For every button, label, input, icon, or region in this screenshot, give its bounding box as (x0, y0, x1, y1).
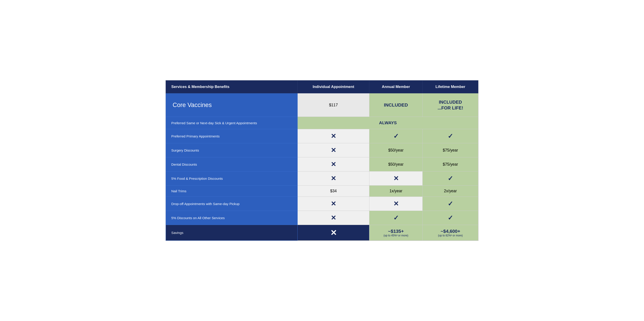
always-span: ALWAYS (298, 117, 478, 129)
header-annual: Annual Member (369, 81, 422, 93)
nail-trims-lifetime: 2x/year (422, 186, 478, 197)
other-services-individual: ✕ (298, 211, 369, 225)
label-dropoff: Drop-off Appointments with Same-day Pick… (166, 197, 298, 211)
label-preferred-sick: Preferred Same or Next-day Sick & Urgent… (166, 117, 298, 129)
surgery-discounts-individual: ✕ (298, 143, 369, 157)
row-preferred-sick: Preferred Same or Next-day Sick & Urgent… (166, 117, 478, 129)
comparison-table: Services & Membership Benefits Individua… (166, 80, 478, 241)
nail-trims-annual: 1x/year (369, 186, 422, 197)
label-dental-discounts: Dental Discounts (166, 157, 298, 171)
dropoff-annual: ✕ (369, 197, 422, 211)
table-header: Services & Membership Benefits Individua… (166, 81, 478, 93)
label-preferred-primary: Preferred Primary Appointments (166, 129, 298, 143)
savings-annual: ~$135+(up to 45%³ or more) (369, 225, 422, 241)
dropoff-individual: ✕ (298, 197, 369, 211)
label-other-services: 5% Discounts on All Other Services (166, 211, 298, 225)
surgery-discounts-lifetime: $75/year (422, 143, 478, 157)
row-other-services: 5% Discounts on All Other Services✕✓✓ (166, 211, 478, 225)
label-core-vaccines: Core Vaccines (166, 93, 298, 117)
savings-individual: ✕ (298, 225, 369, 241)
food-prescription-individual: ✕ (298, 171, 369, 186)
dropoff-lifetime: ✓ (422, 197, 478, 211)
row-surgery-discounts: Surgery Discounts✕$50/year$75/year (166, 143, 478, 157)
dental-discounts-annual: $50/year (369, 157, 422, 171)
preferred-primary-lifetime: ✓ (422, 129, 478, 143)
core-vaccines-individual: $117 (298, 93, 369, 117)
core-vaccines-lifetime: INCLUDED...FOR LIFE! (422, 93, 478, 117)
label-food-prescription: 5% Food & Prescription Discounts (166, 171, 298, 186)
label-surgery-discounts: Surgery Discounts (166, 143, 298, 157)
core-vaccines-annual: INCLUDED (369, 93, 422, 117)
row-preferred-primary: Preferred Primary Appointments✕✓✓ (166, 129, 478, 143)
row-core-vaccines: Core Vaccines$117INCLUDEDINCLUDED...FOR … (166, 93, 478, 117)
row-dental-discounts: Dental Discounts✕$50/year$75/year (166, 157, 478, 171)
row-savings: Savings✕~$135+(up to 45%³ or more)~$4,60… (166, 225, 478, 241)
savings-lifetime: ~$4,600+(up to 82%³ or more) (422, 225, 478, 241)
dental-discounts-lifetime: $75/year (422, 157, 478, 171)
surgery-discounts-annual: $50/year (369, 143, 422, 157)
header-individual: Individual Appointment (298, 81, 369, 93)
other-services-annual: ✓ (369, 211, 422, 225)
row-food-prescription: 5% Food & Prescription Discounts✕✕✓ (166, 171, 478, 186)
preferred-primary-individual: ✕ (298, 129, 369, 143)
row-nail-trims: Nail Trims$341x/year2x/year (166, 186, 478, 197)
row-dropoff: Drop-off Appointments with Same-day Pick… (166, 197, 478, 211)
food-prescription-lifetime: ✓ (422, 171, 478, 186)
header-lifetime: Lifetime Member (422, 81, 478, 93)
dental-discounts-individual: ✕ (298, 157, 369, 171)
label-nail-trims: Nail Trims (166, 186, 298, 197)
header-services: Services & Membership Benefits (166, 81, 298, 93)
preferred-primary-annual: ✓ (369, 129, 422, 143)
nail-trims-individual: $34 (298, 186, 369, 197)
food-prescription-annual: ✕ (369, 171, 422, 186)
other-services-lifetime: ✓ (422, 211, 478, 225)
label-savings: Savings (166, 225, 298, 241)
